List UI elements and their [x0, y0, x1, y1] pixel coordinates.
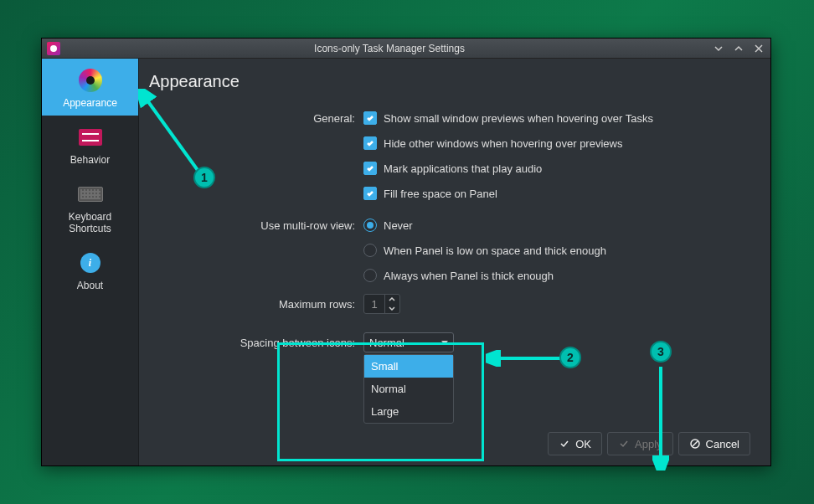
window-title: Icons-only Task Manager Settings [67, 43, 712, 54]
main-panel: Appearance General: Show small window pr… [139, 59, 770, 465]
sidebar-item-label: Behavior [70, 154, 110, 166]
sidebar-item-label: Appearance [63, 97, 117, 109]
radio-never[interactable] [363, 219, 377, 232]
spacing-dropdown: Small Normal Large [363, 354, 454, 424]
page-title: Appearance [149, 72, 750, 91]
ok-button[interactable]: OK [548, 432, 602, 455]
radio-label: Always when Panel is thick enough [384, 270, 554, 282]
sidebar-item-behavior[interactable]: Behavior [42, 116, 138, 172]
spacing-option-normal[interactable]: Normal [364, 378, 453, 400]
checkbox-label: Mark applications that play audio [384, 162, 542, 175]
chevron-down-icon [441, 341, 448, 345]
keyboard-icon [77, 181, 104, 208]
radio-label: Never [384, 219, 413, 232]
checkbox-mark-audio[interactable] [363, 162, 377, 175]
general-label: General: [149, 112, 363, 125]
minimize-icon[interactable] [712, 42, 725, 55]
radio-low-space[interactable] [363, 244, 377, 257]
sidebar-item-keyboard-shortcuts[interactable]: Keyboard Shortcuts [42, 172, 138, 241]
checkbox-fill-space[interactable] [363, 187, 377, 200]
sidebar-item-about[interactable]: i About [42, 241, 138, 298]
spacing-combo[interactable]: Normal [363, 332, 454, 352]
appearance-icon [77, 67, 104, 94]
maxrows-input[interactable] [364, 298, 384, 311]
spinner-up-icon[interactable] [385, 295, 398, 304]
sidebar-item-appearance[interactable]: Appearance [42, 59, 138, 116]
titlebar[interactable]: Icons-only Task Manager Settings [42, 39, 770, 59]
checkbox-hide-windows[interactable] [363, 136, 377, 150]
cancel-button[interactable]: Cancel [678, 432, 750, 455]
settings-window: Icons-only Task Manager Settings Appeara… [41, 38, 771, 466]
sidebar-item-label: Keyboard [69, 211, 111, 223]
checkbox-label: Hide other windows when hovering over pr… [384, 137, 622, 150]
info-icon: i [77, 249, 104, 276]
spacing-value: Normal [369, 337, 404, 349]
sidebar: Appearance Behavior Keyboard Shortcuts i… [42, 59, 139, 465]
apply-button: Apply [607, 432, 673, 455]
spacing-option-small[interactable]: Small [364, 355, 453, 378]
spinner-down-icon[interactable] [385, 304, 398, 313]
close-icon[interactable] [752, 42, 765, 55]
spacing-label: Spacing between icons: [149, 337, 363, 349]
radio-thick-enough[interactable] [363, 269, 377, 282]
checkbox-label: Show small window previews when hovering… [384, 112, 653, 125]
maximize-icon[interactable] [732, 42, 745, 55]
checkbox-small-previews[interactable] [363, 111, 377, 125]
sidebar-item-label: About [77, 280, 103, 291]
maxrows-label: Maximum rows: [149, 298, 363, 311]
multirow-label: Use multi-row view: [149, 219, 363, 232]
maxrows-spinner[interactable] [363, 294, 400, 314]
checkbox-label: Fill free space on Panel [384, 188, 497, 200]
spacing-option-large[interactable]: Large [364, 400, 453, 423]
radio-label: When Panel is low on space and thick eno… [384, 244, 606, 257]
behavior-icon [77, 124, 104, 151]
app-icon [47, 42, 60, 55]
sidebar-item-label: Shortcuts [69, 223, 111, 234]
svg-line-3 [693, 441, 698, 446]
